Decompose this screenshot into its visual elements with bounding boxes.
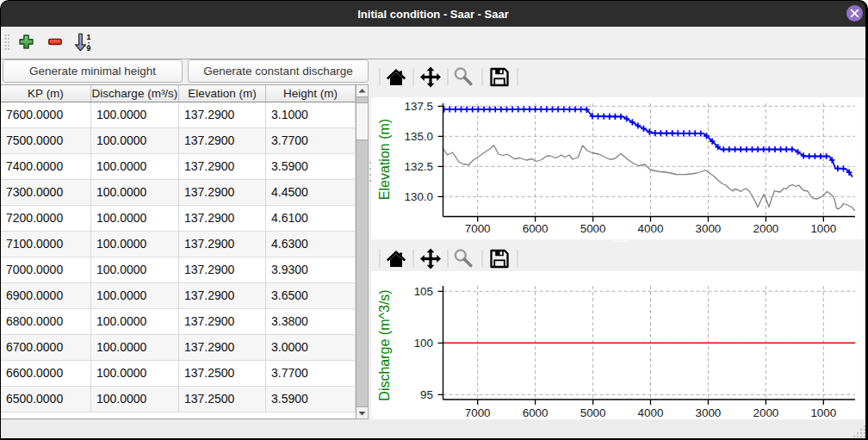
svg-text:1: 1 <box>87 33 91 41</box>
